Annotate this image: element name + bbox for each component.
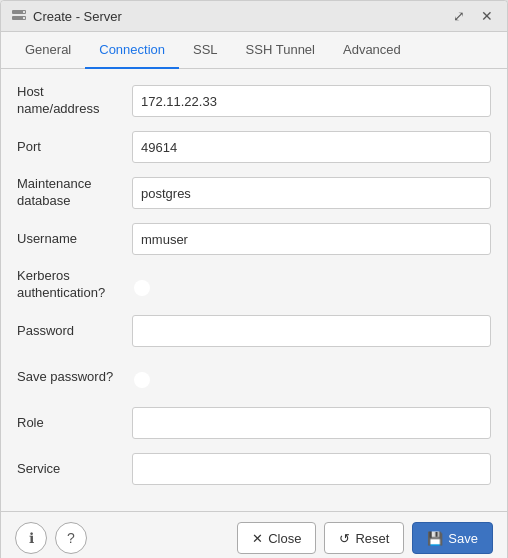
- svg-point-2: [23, 11, 25, 13]
- role-field: [132, 407, 491, 439]
- port-input[interactable]: [132, 131, 491, 163]
- host-label: Host name/address: [17, 84, 132, 118]
- password-field: [132, 315, 491, 347]
- reset-icon: ↺: [339, 531, 350, 546]
- username-row: Username: [17, 221, 491, 257]
- close-label: Close: [268, 531, 301, 546]
- host-row: Host name/address: [17, 83, 491, 119]
- title-bar-right: ⤢ ✕: [449, 7, 497, 25]
- tab-ssh-tunnel[interactable]: SSH Tunnel: [232, 32, 329, 69]
- service-input[interactable]: [132, 453, 491, 485]
- svg-point-3: [23, 17, 25, 19]
- reset-button[interactable]: ↺ Reset: [324, 522, 404, 554]
- form-content: Host name/address Port Maintenance datab…: [1, 69, 507, 511]
- reset-label: Reset: [355, 531, 389, 546]
- tab-advanced[interactable]: Advanced: [329, 32, 415, 69]
- kerberos-field: [132, 278, 491, 293]
- close-x-icon: ✕: [252, 531, 263, 546]
- save-icon: 💾: [427, 531, 443, 546]
- footer-right: ✕ Close ↺ Reset 💾 Save: [237, 522, 493, 554]
- save-button[interactable]: 💾 Save: [412, 522, 493, 554]
- tab-bar: General Connection SSL SSH Tunnel Advanc…: [1, 32, 507, 69]
- maintenance-db-input[interactable]: [132, 177, 491, 209]
- save-label: Save: [448, 531, 478, 546]
- tab-connection[interactable]: Connection: [85, 32, 179, 69]
- password-row: Password: [17, 313, 491, 349]
- close-button[interactable]: ✕ Close: [237, 522, 316, 554]
- host-input[interactable]: [132, 85, 491, 117]
- save-password-row: Save password?: [17, 359, 491, 395]
- tab-ssl[interactable]: SSL: [179, 32, 232, 69]
- service-label: Service: [17, 461, 132, 478]
- info-button[interactable]: ℹ: [15, 522, 47, 554]
- title-bar: Create - Server ⤢ ✕: [1, 1, 507, 32]
- port-row: Port: [17, 129, 491, 165]
- create-server-dialog: Create - Server ⤢ ✕ General Connection S…: [0, 0, 508, 558]
- host-field: [132, 85, 491, 117]
- username-field: [132, 223, 491, 255]
- help-icon: ?: [67, 530, 75, 546]
- server-icon: [11, 8, 27, 24]
- footer-left: ℹ ?: [15, 522, 87, 554]
- help-button[interactable]: ?: [55, 522, 87, 554]
- service-row: Service: [17, 451, 491, 487]
- role-input[interactable]: [132, 407, 491, 439]
- title-bar-left: Create - Server: [11, 8, 122, 24]
- save-password-field: [132, 370, 491, 385]
- form-content-wrapper: Host name/address Port Maintenance datab…: [1, 69, 507, 511]
- dialog-close-button[interactable]: ✕: [477, 7, 497, 25]
- dialog-title: Create - Server: [33, 9, 122, 24]
- password-label: Password: [17, 323, 132, 340]
- username-label: Username: [17, 231, 132, 248]
- kerberos-row: Kerberos authentication?: [17, 267, 491, 303]
- dialog-footer: ℹ ? ✕ Close ↺ Reset 💾 Save: [1, 511, 507, 558]
- password-input[interactable]: [132, 315, 491, 347]
- expand-button[interactable]: ⤢: [449, 7, 469, 25]
- kerberos-label: Kerberos authentication?: [17, 268, 132, 302]
- port-label: Port: [17, 139, 132, 156]
- role-label: Role: [17, 415, 132, 432]
- username-input[interactable]: [132, 223, 491, 255]
- tab-general[interactable]: General: [11, 32, 85, 69]
- maintenance-db-row: Maintenance database: [17, 175, 491, 211]
- service-field: [132, 453, 491, 485]
- port-field: [132, 131, 491, 163]
- role-row: Role: [17, 405, 491, 441]
- maintenance-db-field: [132, 177, 491, 209]
- save-password-label: Save password?: [17, 369, 132, 386]
- maintenance-db-label: Maintenance database: [17, 176, 132, 210]
- info-icon: ℹ: [29, 530, 34, 546]
